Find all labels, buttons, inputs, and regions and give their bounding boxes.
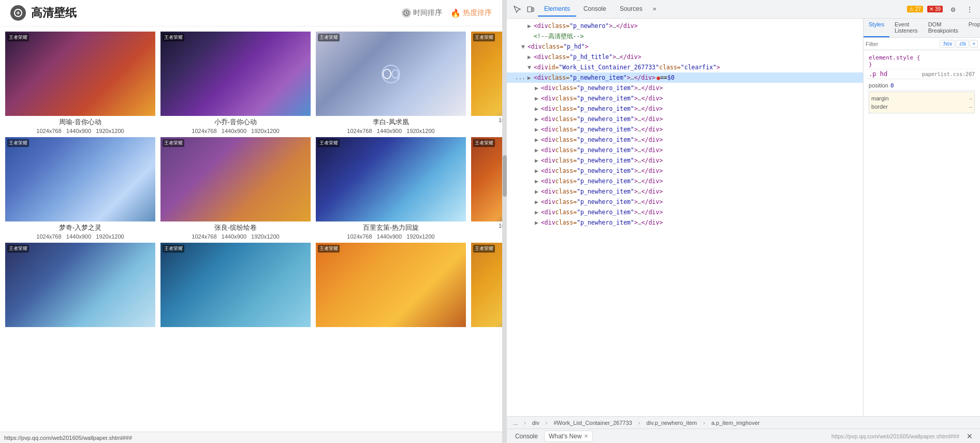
expand-icon[interactable]: ▶ [535,83,541,93]
whats-new-tab[interactable]: What's New ✕ [544,431,593,442]
wallpaper-thumb[interactable]: 王者荣耀 [160,137,311,222]
tab-more[interactable]: » [650,2,660,17]
dom-line[interactable]: ▶ <div class="p_newhero">…</div> [507,21,863,31]
expand-icon[interactable]: ▶ [528,21,534,31]
expand-icon[interactable]: ▶ [535,208,541,217]
scrollbar[interactable] [503,0,507,443]
dom-line[interactable]: ▶ <div class="p_newhero_item">…</div> [507,114,863,124]
expand-icon[interactable]: ▶ [535,114,541,124]
styles-filter: :hov .cls + [864,38,980,50]
expand-icon[interactable]: ▶ [535,156,541,165]
wallpaper-thumb[interactable]: 王者荣耀 [5,32,155,116]
expand-icon[interactable]: ▶ [528,73,534,82]
breadcrumb-work-list[interactable]: #Work_List_Container_267733 [551,419,634,427]
list-item: 王者荣耀 张良-缤纷绘卷 1024x768 1440x900 1920x1200 [160,137,311,240]
device-toolbar-icon[interactable] [524,3,537,16]
wallpaper-name: 李白-凤求凰 [373,117,408,127]
wallpaper-thumb[interactable]: 王者荣耀 [160,243,311,327]
props-panel: Styles Event Listeners DOM Breakpoints P… [864,19,980,416]
settings-icon[interactable]: ⚙ [947,3,959,16]
expand-icon[interactable]: ▶ [535,145,541,155]
expand-icon[interactable]: ▶ [535,176,541,186]
status-url: https://pvp.qq.com/web201605/wallpaper.s… [4,435,132,441]
dom-line[interactable]: ▶ <div class="p_newhero_item">…</div> [507,197,863,207]
dom-line[interactable]: ▶ <div class="p_hd_title">…</div> [507,52,863,62]
sort-hot-button[interactable]: 🔥 热度排序 [450,8,492,18]
tab-event-listeners[interactable]: Event Listeners [889,19,923,37]
expand-icon[interactable]: ▶ [535,166,541,175]
wallpaper-thumb[interactable]: 王者荣耀 [5,243,155,327]
dom-line[interactable]: <!--高清壁纸--> [507,31,863,41]
wallpaper-thumb[interactable]: 王者荣耀 [316,137,466,222]
console-tab[interactable]: Console [511,431,542,441]
more-options-icon[interactable]: ⋮ [963,3,976,16]
expand-icon [528,32,534,41]
breadcrumb-dots[interactable]: ... [511,419,520,427]
add-style-button[interactable]: + [970,40,978,48]
wallpaper-thumb[interactable]: 王者荣耀 [316,243,466,327]
svg-rect-3 [532,8,534,11]
dom-line[interactable]: ▶ <div class="p_newhero_item">…</div> [507,93,863,104]
expand-icon[interactable]: ▶ [535,135,541,144]
wallpaper-thumb[interactable]: 王者荣耀 [5,137,155,222]
breadcrumb-newhero-item[interactable]: div.p_newhero_item [645,419,699,427]
close-whats-new-button[interactable]: ✕ [584,433,588,439]
dom-line[interactable]: ▶ <div class="p_newhero_item">…</div> [507,155,863,166]
expand-icon[interactable]: ▶ [528,52,534,62]
expand-icon[interactable]: ▶ [535,125,541,134]
dom-line-selected[interactable]: ... ▶ <div class="p_newhero_item">…</div… [507,72,863,83]
devtools-tab-icons: ⚠ 27 ✕ 39 ⚙ ⋮ [907,3,976,16]
tab-console[interactable]: Console [577,2,612,17]
dom-line[interactable]: ▶ <div class="p_newhero_item">…</div> [507,135,863,145]
cls-button[interactable]: .cls [956,40,969,48]
dom-line[interactable]: ▶ <div class="p_newhero_item">…</div> [507,145,863,155]
scrollbar-thumb[interactable] [503,155,507,197]
wallpaper-thumb[interactable]: 王者荣耀 [471,32,502,116]
inspect-element-icon[interactable] [511,3,523,16]
sort-buttons: 时间排序 🔥 热度排序 [402,8,492,18]
game-badge: 王者荣耀 [318,139,340,147]
page-icon [10,5,26,21]
tab-sources[interactable]: Sources [613,2,649,17]
wallpaper-thumb[interactable]: 王者荣耀 [160,32,311,116]
svg-rect-2 [528,7,532,12]
expand-icon[interactable]: ▶ [535,104,541,113]
breadcrumb-img-hover[interactable]: a.p_item_imghover [709,419,762,427]
dom-line[interactable]: ▶ <div class="p_newhero_item">…</div> [507,124,863,135]
page-title: 高清壁纸 [31,5,77,21]
dom-line[interactable]: ▶ <div class="p_newhero_item">…</div> [507,186,863,197]
dom-line[interactable]: ▶ <div class="p_newhero_item">…</div> [507,176,863,186]
hov-button[interactable]: :hov [940,40,955,48]
wallpaper-thumb[interactable]: 王者荣耀 [316,32,466,116]
wallpaper-thumb[interactable]: 王者荣耀 [471,137,502,222]
dom-line[interactable]: ▶ <div class="p_newhero_item">…</div> [507,83,863,93]
tab-properties[interactable]: Properties [963,19,980,37]
expand-icon[interactable]: ▶ [535,187,541,196]
dom-line[interactable]: ▶ <div class="p_newhero_item">…</div> [507,166,863,176]
expand-icon[interactable]: ▶ [535,94,541,103]
expand-icon[interactable]: ▼ [521,42,528,51]
tab-elements[interactable]: Elements [538,2,576,17]
dom-line[interactable]: ▼ <div class="p_hd"> [507,41,863,52]
breadcrumb-div[interactable]: div [530,419,542,427]
expand-icon[interactable]: ▶ [535,197,541,206]
list-item: 王者荣耀 梦奇-入梦之灵 1024x768 1440x900 1920x1200 [5,137,155,240]
filter-input[interactable] [866,41,938,47]
wallpaper-name: 百里玄策-热力回旋 [363,223,419,232]
expand-icon[interactable]: ▼ [528,63,534,72]
expand-icon[interactable]: ▶ [535,218,541,227]
sort-time-button[interactable]: 时间排序 [402,8,442,18]
page-header: 高清壁纸 时间排序 🔥 热度排序 [0,0,502,26]
margin-row: margin – [871,94,972,102]
bottom-url: https://pvp.qq.com/web201605/wallpaper.s… [831,433,959,439]
dom-line[interactable]: ▶ <div class="p_newhero_item">…</div> [507,217,863,228]
tab-styles[interactable]: Styles [864,19,889,37]
style-block-element: element.style { } [867,53,977,69]
tab-dom-breakpoints[interactable]: DOM Breakpoints [923,19,963,37]
dom-line[interactable]: ▶ <div class="p_newhero_item">…</div> [507,207,863,217]
clock-icon [402,8,411,18]
close-bottom-bar-button[interactable]: ✕ [963,430,976,442]
dom-line[interactable]: ▼ <div id="Work_List_Container_267733" c… [507,62,863,72]
wallpaper-thumb[interactable]: 王者荣耀 [471,243,502,327]
dom-line[interactable]: ▶ <div class="p_newhero_item">…</div> [507,104,863,114]
